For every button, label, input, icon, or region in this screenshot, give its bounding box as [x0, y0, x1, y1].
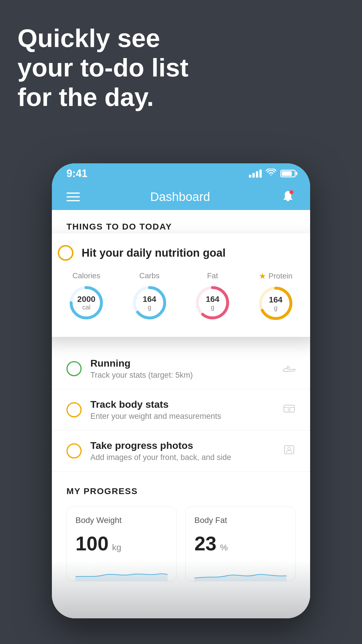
headline-line2: your to-do list [17, 53, 189, 82]
nutrition-row: Calories 2000 cal Carbs [58, 271, 304, 322]
scale-icon [283, 403, 296, 416]
protein-donut: 164 g [257, 284, 295, 322]
nutrition-calories: Calories 2000 cal [67, 271, 105, 322]
bell-icon[interactable] [280, 189, 296, 204]
card-title: Hit your daily nutrition goal [82, 247, 226, 259]
bodyfat-unit: % [220, 542, 228, 552]
nutrition-carbs: Carbs 164 g [131, 271, 168, 322]
fat-unit: g [206, 304, 219, 311]
bodyfat-value-row: 23 % [194, 532, 287, 555]
progress-card-weight[interactable]: Body Weight 100 kg [66, 507, 177, 581]
protein-label-row: ★ Protein [259, 271, 292, 281]
circle-check-icon [58, 245, 73, 261]
person-icon [283, 444, 296, 458]
floating-nutrition-card: Hit your daily nutrition goal Calories 2… [52, 233, 310, 337]
list-item[interactable]: Track body stats Enter your weight and m… [52, 389, 310, 430]
fat-donut: 164 g [194, 284, 231, 322]
status-bar: 9:41 [52, 163, 310, 184]
item-text-photos: Take progress photos Add images of your … [90, 440, 274, 462]
carbs-unit: g [143, 304, 156, 311]
item-title-bodystats: Track body stats [90, 399, 274, 410]
item-circle-running [66, 361, 82, 376]
carbs-value: 164 [143, 295, 156, 304]
nutrition-protein: ★ Protein 164 g [257, 271, 295, 322]
progress-section: MY PROGRESS Body Weight 100 kg [52, 472, 310, 590]
protein-unit: g [269, 304, 282, 311]
calories-donut: 2000 cal [67, 284, 105, 322]
nutrition-fat: Fat 164 g [194, 271, 231, 322]
bodyfat-chart [194, 564, 287, 581]
shoe-icon [283, 362, 296, 375]
item-title-running: Running [90, 358, 274, 369]
item-text-running: Running Track your stats (target: 5km) [90, 358, 274, 380]
bodyfat-value: 23 [194, 532, 217, 555]
item-text-bodystats: Track body stats Enter your weight and m… [90, 399, 274, 421]
headline-line1: Quickly see [17, 23, 189, 53]
status-icons [249, 168, 296, 179]
item-sub-bodystats: Enter your weight and measurements [90, 412, 274, 421]
card-title-weight: Body Weight [75, 516, 168, 525]
list-item[interactable]: Running Track your stats (target: 5km) [52, 348, 310, 389]
item-sub-photos: Add images of your front, back, and side [90, 453, 274, 462]
headline-line3: for the day. [17, 82, 189, 112]
nav-bar: Dashboard [52, 184, 310, 210]
item-title-photos: Take progress photos [90, 440, 274, 451]
battery-icon [280, 170, 296, 177]
card-title-row: Hit your daily nutrition goal [58, 245, 304, 261]
headline: Quickly see your to-do list for the day. [17, 23, 189, 112]
calories-unit: cal [77, 304, 95, 311]
weight-value-row: 100 kg [75, 532, 168, 555]
weight-value: 100 [75, 532, 108, 555]
fat-value: 164 [206, 295, 219, 304]
item-circle-photos [66, 443, 82, 459]
carbs-label: Carbs [139, 271, 159, 280]
svg-point-3 [288, 409, 290, 411]
svg-point-5 [288, 447, 291, 450]
hamburger-menu[interactable] [66, 192, 80, 201]
protein-label: Protein [268, 272, 292, 281]
weight-unit: kg [112, 542, 121, 552]
card-title-bodyfat: Body Fat [194, 516, 287, 525]
item-sub-running: Track your stats (target: 5km) [90, 371, 274, 380]
weight-chart [75, 564, 168, 581]
nav-title: Dashboard [150, 190, 210, 204]
fat-label: Fat [207, 271, 218, 280]
carbs-donut: 164 g [131, 284, 168, 322]
progress-card-bodyfat[interactable]: Body Fat 23 % [185, 507, 296, 581]
signal-bars-icon [249, 169, 262, 178]
svg-point-0 [289, 190, 294, 194]
protein-value: 164 [269, 295, 282, 304]
list-item[interactable]: Take progress photos Add images of your … [52, 430, 310, 472]
star-icon: ★ [259, 271, 266, 281]
phone-shell: 9:41 [52, 163, 310, 618]
status-time: 9:41 [66, 167, 87, 180]
calories-value: 2000 [77, 295, 95, 304]
calories-label: Calories [73, 271, 100, 280]
progress-section-title: MY PROGRESS [66, 486, 296, 496]
app-content: THINGS TO DO TODAY Running Track your st… [52, 210, 310, 618]
item-circle-bodystats [66, 402, 82, 417]
wifi-icon [266, 168, 276, 179]
progress-cards: Body Weight 100 kg Body Fat [66, 507, 296, 581]
